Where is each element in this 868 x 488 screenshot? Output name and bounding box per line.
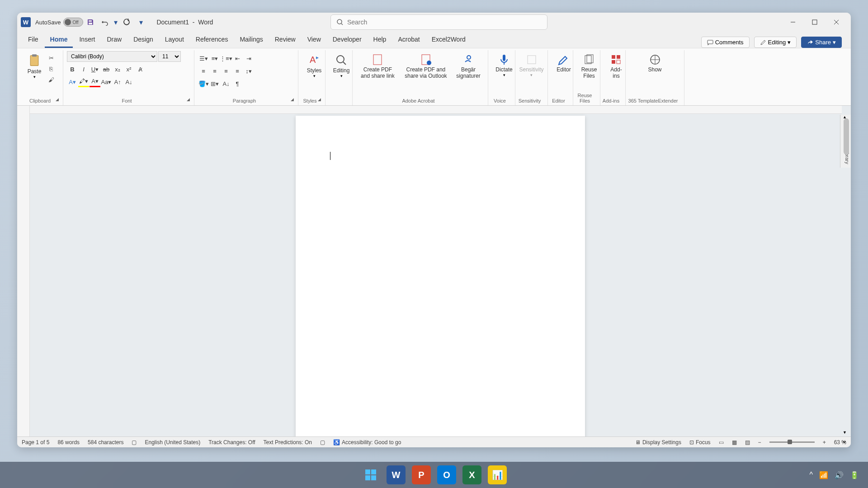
bullets-button[interactable]: ☰▾ <box>198 53 209 64</box>
highlight-button[interactable]: 🖍▾ <box>78 76 89 87</box>
view-read-icon[interactable]: ▭ <box>719 439 724 446</box>
text-effects-button[interactable]: A▾ <box>67 76 78 87</box>
status-focus[interactable]: ⊡ Focus <box>689 439 711 446</box>
status-chars[interactable]: 584 characters <box>88 439 123 446</box>
superscript-button[interactable]: x² <box>123 64 134 75</box>
share-button[interactable]: Share ▾ <box>801 37 842 48</box>
sort-button[interactable]: A↓ <box>221 78 231 89</box>
zoom-slider[interactable] <box>769 441 815 443</box>
styles-button[interactable]: A Styles▾ <box>302 51 326 87</box>
editor-button[interactable]: Editor <box>552 51 576 82</box>
scroll-thumb[interactable] <box>844 118 849 155</box>
reuse-files-button[interactable]: Reuse Files <box>577 51 601 89</box>
tab-file[interactable]: File <box>23 32 44 48</box>
status-macro-icon[interactable]: ▢ <box>132 439 137 446</box>
undo-icon[interactable] <box>99 16 111 28</box>
vertical-scrollbar[interactable]: ▲ ▼ <box>843 115 850 435</box>
tab-references[interactable]: References <box>190 32 234 48</box>
grow-font-button[interactable]: A↑ <box>112 76 123 87</box>
status-track-changes[interactable]: Track Changes: Off <box>208 439 255 446</box>
start-button[interactable] <box>361 465 380 484</box>
shrink-font-button[interactable]: A↓ <box>123 76 134 87</box>
paragraph-launcher-icon[interactable]: ◢ <box>291 97 297 103</box>
qat-customize-icon[interactable]: ▾ <box>135 16 147 28</box>
tab-insert[interactable]: Insert <box>74 32 100 48</box>
search-box[interactable] <box>330 14 547 30</box>
status-language[interactable]: English (United States) <box>145 439 200 446</box>
copy-icon[interactable]: ⎘ <box>46 64 56 74</box>
close-icon[interactable] <box>826 13 847 31</box>
dictate-button[interactable]: Dictate▾ <box>492 51 516 86</box>
show-marks-button[interactable]: ¶ <box>232 78 243 89</box>
addins-button[interactable]: Add-ins <box>604 51 628 89</box>
status-macro2-icon[interactable]: ▢ <box>320 439 325 446</box>
vertical-ruler[interactable] <box>17 106 30 436</box>
shading-button[interactable]: 🪣▾ <box>198 78 209 89</box>
tray-battery-icon[interactable]: 🔋 <box>850 471 859 479</box>
tab-review[interactable]: Review <box>269 32 301 48</box>
strikethrough-button[interactable]: ab <box>101 64 112 75</box>
collapse-ribbon-icon[interactable]: ⌄ <box>841 436 847 445</box>
autosave-toggle[interactable]: Off <box>63 18 83 27</box>
scroll-down-icon[interactable]: ▼ <box>843 430 847 435</box>
tray-chevron-icon[interactable]: ^ <box>809 471 813 479</box>
view-print-icon[interactable]: ▦ <box>732 439 737 446</box>
status-accessibility[interactable]: ♿ Accessibility: Good to go <box>333 439 401 446</box>
format-painter-icon[interactable]: 🖌 <box>46 75 56 84</box>
align-center-button[interactable]: ≡ <box>209 66 220 76</box>
tray-wifi-icon[interactable]: 📶 <box>819 471 828 479</box>
create-pdf-button[interactable]: Create PDF and share link <box>356 51 399 89</box>
changeions.changecase-button[interactable]: Aa▾ <box>101 76 112 87</box>
increase-indent-button[interactable]: ⇥ <box>243 53 254 64</box>
numbering-button[interactable]: ≡▾ <box>209 53 220 64</box>
taskbar-powerpoint-icon[interactable]: P <box>412 465 431 484</box>
paste-button[interactable]: Paste ▾ <box>24 51 44 104</box>
tab-excel2word[interactable]: Excel2Word <box>426 32 471 48</box>
styles-launcher-icon[interactable]: ◢ <box>318 97 324 103</box>
tab-view[interactable]: View <box>302 32 326 48</box>
minimize-icon[interactable] <box>782 13 804 31</box>
maximize-icon[interactable] <box>804 13 826 31</box>
bold-button[interactable]: B <box>67 64 78 75</box>
editing-mode-button[interactable]: Editing ▾ <box>754 37 797 48</box>
tab-home[interactable]: Home <box>45 32 73 48</box>
font-name-select[interactable]: Calibri (Body) <box>67 51 157 62</box>
comments-button[interactable]: Comments <box>701 37 750 48</box>
view-web-icon[interactable]: ▤ <box>745 439 750 446</box>
font-size-select[interactable]: 11 <box>158 51 181 62</box>
zoom-out-icon[interactable]: − <box>758 439 761 446</box>
line-spacing-button[interactable]: ↕▾ <box>243 66 254 76</box>
clipboard-launcher-icon[interactable]: ◢ <box>56 97 62 103</box>
document-page[interactable] <box>296 116 585 436</box>
search-input[interactable] <box>347 19 542 26</box>
status-words[interactable]: 86 words <box>57 439 80 446</box>
borders-button[interactable]: ⊞▾ <box>209 78 220 89</box>
tray-volume-icon[interactable]: 🔊 <box>835 471 844 479</box>
taskbar-outlook-icon[interactable]: O <box>437 465 456 484</box>
justify-button[interactable]: ≡ <box>232 66 243 76</box>
taskbar-excel-icon[interactable]: X <box>462 465 481 484</box>
clear-formatting-button[interactable]: A̷ <box>135 64 146 75</box>
tab-draw[interactable]: Draw <box>101 32 127 48</box>
zoom-in-icon[interactable]: + <box>823 439 826 446</box>
request-signatures-button[interactable]: Begär signaturer <box>453 51 484 89</box>
italic-button[interactable]: I <box>78 64 89 75</box>
tab-mailings[interactable]: Mailings <box>234 32 268 48</box>
page-area[interactable] <box>30 106 851 436</box>
tab-help[interactable]: Help <box>368 32 392 48</box>
font-launcher-icon[interactable]: ◢ <box>187 97 193 103</box>
redo-icon[interactable] <box>120 16 133 28</box>
taskbar-word-icon[interactable]: W <box>387 465 406 484</box>
show-template-button[interactable]: Show <box>629 51 680 82</box>
taskbar-powerbi-icon[interactable]: 📊 <box>488 465 507 484</box>
tab-layout[interactable]: Layout <box>160 32 189 48</box>
align-left-button[interactable]: ≡ <box>198 66 209 76</box>
tab-developer[interactable]: Developer <box>327 32 367 48</box>
decrease-indent-button[interactable]: ⇤ <box>232 53 243 64</box>
save-icon[interactable] <box>84 16 97 28</box>
align-right-button[interactable]: ≡ <box>221 66 231 76</box>
tab-acrobat[interactable]: Acrobat <box>392 32 425 48</box>
underline-button[interactable]: U ▾ <box>90 64 100 75</box>
cut-icon[interactable]: ✂ <box>46 53 56 63</box>
sensitivity-button[interactable]: Sensitivity▾ <box>519 51 544 86</box>
